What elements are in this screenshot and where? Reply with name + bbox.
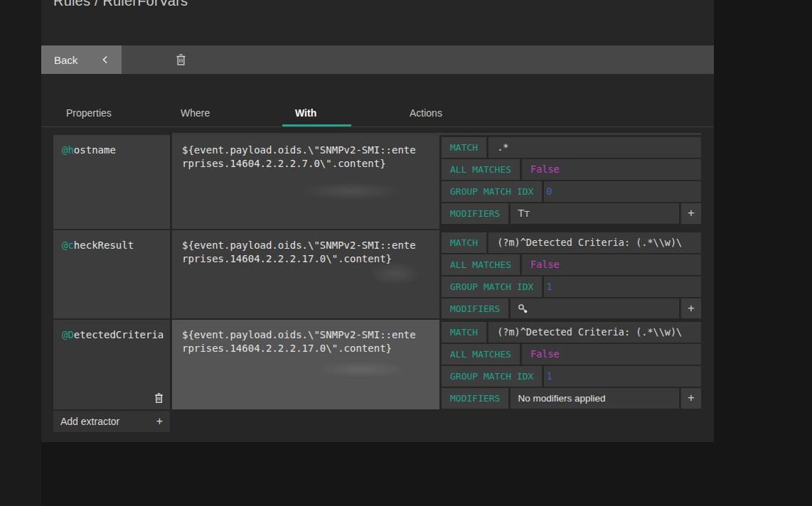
tab-where[interactable]: Where <box>168 99 282 126</box>
modifiers-field[interactable]: Tᴛ <box>511 203 679 224</box>
modifiers-field[interactable] <box>511 298 679 318</box>
extractor-value-field[interactable]: ${event.payload.oids.\"SNMPv2-SMI::enter… <box>172 230 439 318</box>
all-matches-value-field[interactable]: False <box>522 159 701 180</box>
tab-bar: Properties Where With Actions <box>41 99 714 127</box>
extractor-row-checkresult: @checkResult ${event.payload.oids.\"SNMP… <box>53 230 701 318</box>
group-match-idx-label: GROUP MATCH IDX <box>442 276 542 297</box>
back-button-label: Back <box>54 54 78 66</box>
tab-with-label: With <box>295 107 316 119</box>
tab-where-label: Where <box>181 107 210 119</box>
back-button[interactable]: Back <box>41 45 122 74</box>
extractor-name-field[interactable]: @checkResult <box>53 230 170 318</box>
add-extractor-button[interactable]: Add extractor + <box>53 411 170 432</box>
modifiers-label: MODIFIERS <box>442 298 508 318</box>
extractor-name-field[interactable]: @DetectedCriteria <box>53 320 170 409</box>
trash-icon <box>154 392 164 404</box>
group-match-idx-value-field[interactable]: 1 <box>544 276 701 297</box>
all-matches-label: ALL MATCHES <box>442 159 520 180</box>
all-matches-value-field[interactable]: False <box>522 344 701 365</box>
extractor-settings: MATCH .* ALL MATCHES False GROUP MATCH I… <box>442 135 701 229</box>
all-matches-value-field[interactable]: False <box>522 254 701 275</box>
match-label: MATCH <box>442 232 486 253</box>
add-modifier-button[interactable]: + <box>681 298 701 318</box>
all-matches-label: ALL MATCHES <box>442 254 520 275</box>
plus-icon: + <box>156 415 163 428</box>
modifiers-label: MODIFIERS <box>442 203 508 224</box>
extractor-name-field[interactable]: @hostname <box>53 135 170 229</box>
delete-rule-button[interactable] <box>171 50 191 70</box>
tab-properties-label: Properties <box>66 107 112 119</box>
match-label: MATCH <box>442 137 486 158</box>
trash-icon <box>175 53 187 66</box>
tab-with[interactable]: With <box>282 99 397 126</box>
tab-properties[interactable]: Properties <box>53 99 168 126</box>
match-value-field[interactable]: (?m)^Detected Criteria: (.*\\w)\ <box>488 322 701 343</box>
extractor-settings: MATCH (?m)^Detected Criteria: (.*\\w)\ A… <box>442 230 701 318</box>
match-label: MATCH <box>442 322 486 343</box>
modifiers-label: MODIFIERS <box>442 388 508 409</box>
group-match-idx-label: GROUP MATCH IDX <box>442 366 542 387</box>
extractor-name-text: @DetectedCriteria <box>62 329 163 340</box>
extractor-value-field[interactable]: ${event.payload.oids.\"SNMPv2-SMI::enter… <box>172 320 439 409</box>
key-icon <box>518 303 528 314</box>
left-gutter <box>0 0 41 506</box>
modifiers-field[interactable]: No modifiers applied <box>511 388 679 409</box>
group-match-idx-label: GROUP MATCH IDX <box>442 181 542 202</box>
add-extractor-label: Add extractor <box>60 416 119 427</box>
extractor-grid: @hostname ${event.payload.oids.\"SNMPv2-… <box>53 135 701 432</box>
no-modifiers-text: No modifiers applied <box>518 388 605 409</box>
tab-actions-label: Actions <box>410 107 442 119</box>
group-match-idx-value-field[interactable]: 0 <box>544 181 701 202</box>
tab-actions[interactable]: Actions <box>397 99 511 126</box>
extractor-row-detectedcriteria: @DetectedCriteria ${event.payload.oids.\… <box>53 320 701 409</box>
add-modifier-button[interactable]: + <box>681 388 701 409</box>
text-case-icon: Tᴛ <box>518 203 530 224</box>
add-modifier-button[interactable]: + <box>681 203 701 224</box>
match-value-field[interactable]: (?m)^Detected Criteria: (.*\\w)\ <box>488 232 701 253</box>
extractor-settings: MATCH (?m)^Detected Criteria: (.*\\w)\ A… <box>442 320 701 409</box>
all-matches-label: ALL MATCHES <box>442 344 520 365</box>
extractor-row-hostname: @hostname ${event.payload.oids.\"SNMPv2-… <box>53 135 701 229</box>
extractor-value-field[interactable]: ${event.payload.oids.\"SNMPv2-SMI::enter… <box>172 135 439 229</box>
group-match-idx-value-field[interactable]: 1 <box>544 366 701 387</box>
page-title: Rules / RulerForVars <box>53 0 188 9</box>
rule-editor-panel: Rules / RulerForVars Back Properties Whe… <box>41 0 714 442</box>
match-value-field[interactable]: .* <box>488 137 701 158</box>
toolbar: Back <box>41 45 714 74</box>
delete-extractor-button[interactable] <box>154 392 164 404</box>
chevron-left-icon <box>100 55 110 65</box>
